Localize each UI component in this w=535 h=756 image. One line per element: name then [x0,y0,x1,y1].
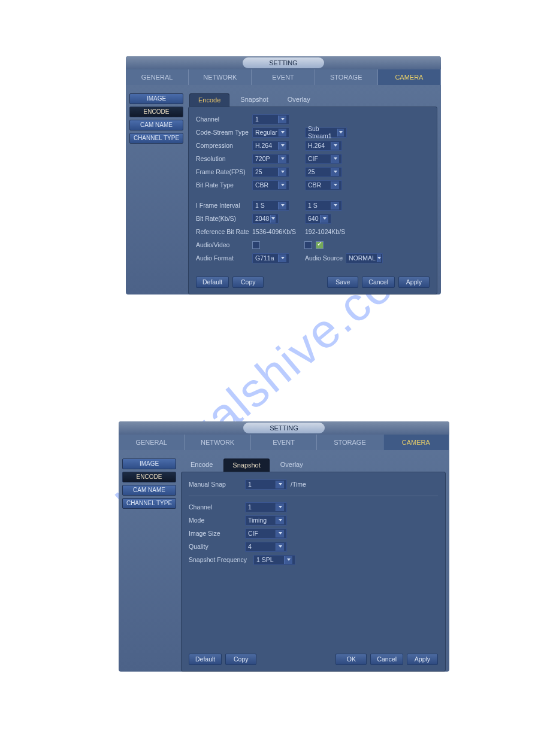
chevron-down-icon [276,517,284,524]
chevron-down-icon [337,129,344,136]
chevron-down-icon [377,254,381,262]
select-main-compression[interactable]: H.264 [252,141,289,151]
chevron-down-icon [276,503,284,511]
subtab-overlay[interactable]: Overlay [279,93,319,107]
chevron-down-icon [331,168,339,176]
encode-panel: Channel 1 Code-Stream Type Regular Sub S… [188,107,437,294]
select-mode[interactable]: Timing [245,515,287,526]
select-main-frame-rate[interactable]: 25 [252,167,289,177]
subtab-encode[interactable]: Encode [189,93,229,107]
copy-button[interactable]: Copy [225,654,256,665]
tab-storage[interactable]: STORAGE [317,435,383,450]
topnav: GENERAL NETWORK EVENT STORAGE CAMERA [119,435,449,450]
apply-button[interactable]: Apply [398,277,430,288]
select-sub-frame-rate[interactable]: 25 [305,167,342,177]
label-iframe: I Frame Interval [196,202,252,209]
sidebar-item-image[interactable]: IMAGE [129,93,183,104]
select-main-resolution[interactable]: 720P [252,154,289,164]
select-channel[interactable]: 1 [245,502,287,512]
select-manual-snap[interactable]: 1 [245,479,287,490]
sidebar-item-encode[interactable]: ENCODE [122,472,176,482]
label-bitrate-type: Bit Rate Type [196,181,252,189]
select-quality[interactable]: 4 [245,542,287,552]
sidebar-item-encode[interactable]: ENCODE [129,107,183,117]
tab-network[interactable]: NETWORK [185,435,250,450]
label-code-stream: Code-Stream Type [196,129,252,136]
subtab-overlay[interactable]: Overlay [272,459,312,472]
label-manual-snap: Manual Snap [189,481,245,488]
checkbox-sub-audio[interactable] [316,241,324,249]
value-main-ref-bitrate: 1536-4096Kb/S [252,228,305,235]
snapshot-panel: Manual Snap 1 /Time Channel 1 Mode Timin… [181,472,446,672]
tab-storage[interactable]: STORAGE [315,69,378,85]
tab-general[interactable]: GENERAL [126,69,189,85]
label-snap-freq: Snapshot Frequency [189,556,253,563]
select-sub-bitrate-type[interactable]: CBR [305,180,342,190]
copy-button[interactable]: Copy [232,277,264,288]
sidebar-item-channel-type[interactable]: CHANNEL TYPE [129,133,183,144]
select-sub-iframe[interactable]: 1 S [305,201,342,211]
window-title: SETTING [243,57,324,68]
tab-general[interactable]: GENERAL [119,435,185,450]
select-audio-source[interactable]: NORMAL [346,253,383,263]
window-title: SETTING [243,423,325,433]
value-sub-ref-bitrate: 192-1024Kb/S [305,228,345,235]
select-image-size[interactable]: CIF [245,529,287,539]
checkbox-sub-video[interactable] [304,241,312,249]
subtab-snapshot[interactable]: Snapshot [223,459,269,472]
cancel-button[interactable]: Cancel [370,654,403,665]
chevron-down-icon [278,181,286,189]
select-main-bitrate-type[interactable]: CBR [252,180,289,190]
select-snap-freq[interactable]: 1 SPL [253,555,295,565]
sidebar-item-cam-name[interactable]: CAM NAME [129,120,183,130]
chevron-down-icon [276,543,284,551]
default-button[interactable]: Default [189,654,222,665]
chevron-down-icon [320,215,328,223]
select-audio-format[interactable]: G711a [252,253,289,263]
subtab-encode[interactable]: Encode [182,459,221,472]
settings-window-encode: SETTING GENERAL NETWORK EVENT STORAGE CA… [126,56,441,294]
label-frame-rate: Frame Rate(FPS) [196,168,252,175]
select-sub-resolution[interactable]: CIF [305,154,342,164]
tab-camera[interactable]: CAMERA [378,69,441,85]
label-resolution: Resolution [196,155,252,162]
tab-event[interactable]: EVENT [251,435,317,450]
label-compression: Compression [196,142,252,149]
select-sub-bitrate[interactable]: 640 [305,214,331,224]
sidebar: IMAGE ENCODE CAM NAME CHANNEL TYPE [129,93,183,294]
select-main-iframe[interactable]: 1 S [252,201,289,211]
sidebar-item-cam-name[interactable]: CAM NAME [122,485,176,496]
tab-event[interactable]: EVENT [252,69,315,85]
select-channel[interactable]: 1 [252,114,289,125]
chevron-down-icon [278,168,286,176]
select-main-code-stream[interactable]: Regular [252,127,289,138]
sidebar-item-channel-type[interactable]: CHANNEL TYPE [122,498,176,509]
select-main-bitrate[interactable]: 2048 [252,214,279,224]
subtabs: Encode Snapshot Overlay [181,459,446,472]
chevron-down-icon [276,481,284,488]
chevron-down-icon [331,202,339,210]
default-button[interactable]: Default [196,277,229,288]
cancel-button[interactable]: Cancel [362,277,395,288]
select-sub-compression[interactable]: H.264 [305,141,342,151]
ok-button[interactable]: OK [335,654,367,665]
label-ref-bitrate: Reference Bit Rate [196,228,252,235]
titlebar: SETTING [119,421,449,435]
sidebar: IMAGE ENCODE CAM NAME CHANNEL TYPE [122,459,176,672]
subtab-snapshot[interactable]: Snapshot [232,93,276,107]
chevron-down-icon [278,254,286,262]
subtabs: Encode Snapshot Overlay [188,93,437,107]
tab-camera[interactable]: CAMERA [383,435,449,450]
tab-network[interactable]: NETWORK [189,69,252,85]
sidebar-item-image[interactable]: IMAGE [122,459,176,469]
chevron-down-icon [331,142,339,150]
chevron-down-icon [331,155,339,163]
apply-button[interactable]: Apply [407,654,438,665]
chevron-down-icon [278,116,286,123]
chevron-down-icon [278,155,286,163]
save-button[interactable]: Save [327,277,358,288]
chevron-down-icon [276,530,284,538]
select-sub-stream[interactable]: Sub Stream1 [305,127,347,138]
checkbox-main-audio-video[interactable] [252,241,260,249]
settings-window-snapshot: SETTING GENERAL NETWORK EVENT STORAGE CA… [119,421,449,672]
